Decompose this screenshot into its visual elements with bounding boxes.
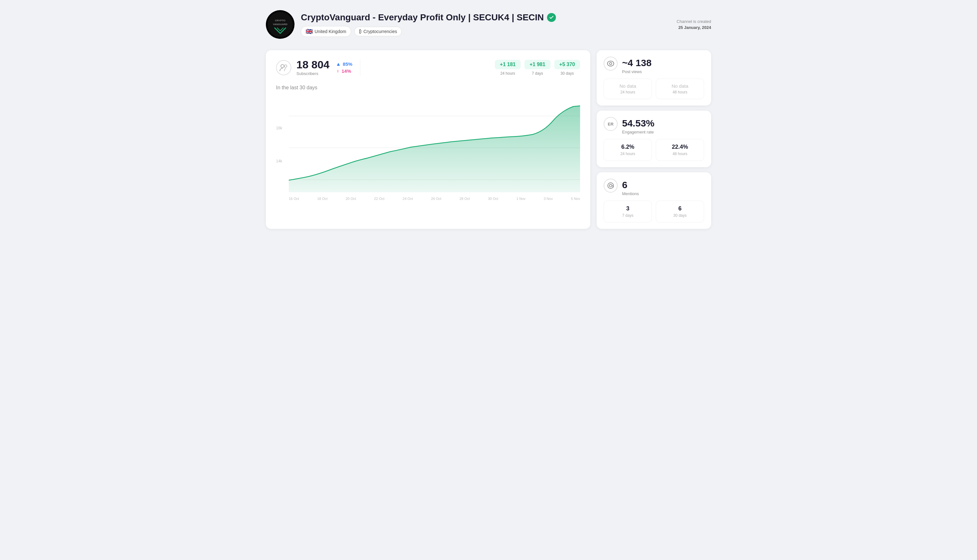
svg-point-10	[610, 184, 612, 187]
gender-stats: ▲ 85% ♀ 14%	[336, 61, 352, 74]
y-label-14k: 14k	[276, 159, 282, 163]
main-grid: 18 804 Subscribers ▲ 85% ♀ 14%	[266, 50, 711, 229]
post-views-24h: No data 24 hours	[604, 78, 652, 99]
period-badge-24h: +1 181	[495, 60, 521, 69]
subscribers-count: 18 804	[296, 59, 329, 70]
post-views-48h: No data 48 hours	[656, 78, 704, 99]
svg-point-9	[610, 63, 612, 65]
engagement-24h-value: 6.2%	[609, 144, 646, 150]
period-badge-30d: +5 370	[554, 60, 580, 69]
mentions-30d-value: 6	[661, 205, 699, 212]
crypto-icon: ₿	[359, 28, 362, 34]
svg-text:VANGUARD: VANGUARD	[273, 23, 287, 26]
y-label-16k: 16k	[276, 126, 282, 130]
mentions-30d-label: 30 days	[661, 213, 699, 218]
country-label: United Kingdom	[314, 29, 346, 34]
x-label-10: 5 Nov	[571, 197, 580, 200]
no-data-24h-label: No data	[609, 83, 646, 89]
mentions-7d-label: 7 days	[609, 213, 646, 218]
left-panel: 18 804 Subscribers ▲ 85% ♀ 14%	[266, 50, 590, 229]
male-icon: ▲	[336, 61, 341, 67]
x-label-7: 30 Oct	[488, 197, 498, 200]
mentions-card: 6 Mentions 3 7 days 6 30 days	[597, 172, 711, 229]
period-stat-24h: +1 181 24 hours	[495, 60, 521, 76]
post-views-card: ~4 138 Post views No data 24 hours No da…	[597, 50, 711, 105]
engagement-24h-label: 24 hours	[609, 152, 646, 156]
x-label-1: 18 Oct	[317, 197, 327, 200]
engagement-label: Engagement rate	[622, 130, 704, 135]
svg-text:CRYPTO: CRYPTO	[275, 19, 286, 22]
post-views-sub-row: No data 24 hours No data 48 hours	[604, 78, 704, 99]
chart-y-axis: 16k 14k	[276, 97, 289, 192]
engagement-48h-value: 22.4%	[661, 144, 699, 150]
subscribers-icon	[276, 60, 291, 75]
er-text: ER	[608, 122, 613, 127]
mentions-7d-value: 3	[609, 205, 646, 212]
mentions-label: Mentions	[622, 191, 704, 196]
verified-badge	[547, 13, 556, 22]
channel-info: CryptoVanguard - Everyday Profit Only | …	[301, 12, 670, 37]
subscribers-data: 18 804 Subscribers	[296, 59, 329, 76]
no-data-48h-label: No data	[661, 83, 699, 89]
chart-period-label: In the last 30 days	[276, 85, 580, 91]
period-stat-30d: +5 370 30 days	[554, 60, 580, 76]
post-views-values: ~4 138	[622, 58, 651, 69]
x-label-9: 3 Nov	[543, 197, 553, 200]
engagement-card: ER 54.53% Engagement rate 6.2% 24 hours …	[597, 111, 711, 167]
channel-tags: 🇬🇧 United Kingdom ₿ Cryptocurrencies	[301, 26, 670, 37]
channel-header: CRYPTO VANGUARD CryptoVanguard - Everyda…	[266, 8, 711, 41]
stats-row: 18 804 Subscribers ▲ 85% ♀ 14%	[276, 59, 580, 76]
page-wrapper: CRYPTO VANGUARD CryptoVanguard - Everyda…	[266, 8, 711, 229]
created-label: Channel is created	[677, 19, 711, 24]
engagement-48h: 22.4% 48 hours	[656, 139, 704, 161]
engagement-24h: 6.2% 24 hours	[604, 139, 652, 161]
period-label-30d: 30 days	[560, 71, 574, 76]
post-views-header: ~4 138	[604, 57, 704, 70]
chart-x-axis: 16 Oct 18 Oct 20 Oct 22 Oct 24 Oct 26 Oc…	[289, 192, 580, 205]
female-stat: ♀ 14%	[336, 68, 352, 74]
post-views-value: ~4 138	[622, 58, 651, 68]
svg-point-4	[284, 65, 287, 67]
period-stats: +1 181 24 hours +1 981 7 days +5 370 30 …	[495, 60, 580, 76]
uk-flag-icon: 🇬🇧	[306, 28, 312, 35]
mentions-values: 6	[622, 180, 628, 191]
country-tag: 🇬🇧 United Kingdom	[301, 26, 351, 37]
channel-title: CryptoVanguard - Everyday Profit Only | …	[301, 12, 544, 23]
period-label-24h: 24 hours	[500, 71, 515, 76]
x-label-3: 22 Oct	[374, 197, 384, 200]
svg-point-8	[608, 61, 614, 66]
engagement-48h-label: 48 hours	[661, 152, 699, 156]
mentions-header: 6	[604, 178, 704, 193]
mentions-sub-row: 3 7 days 6 30 days	[604, 200, 704, 222]
x-label-4: 24 Oct	[402, 197, 413, 200]
mentions-value: 6	[622, 180, 628, 190]
x-label-0: 16 Oct	[289, 197, 299, 200]
category-tag: ₿ Cryptocurrencies	[354, 27, 402, 36]
engagement-value: 54.53%	[622, 118, 655, 128]
channel-title-row: CryptoVanguard - Everyday Profit Only | …	[301, 12, 670, 23]
chart-container: 16k 14k	[276, 97, 580, 205]
at-icon	[604, 178, 618, 193]
x-label-6: 28 Oct	[459, 197, 470, 200]
right-panel: ~4 138 Post views No data 24 hours No da…	[597, 50, 711, 229]
engagement-values: 54.53%	[622, 118, 655, 129]
female-pct: 14%	[342, 68, 351, 74]
engagement-header: ER 54.53%	[604, 117, 704, 131]
svg-point-3	[281, 65, 284, 68]
subscribers-label: Subscribers	[296, 71, 329, 76]
chart-svg	[289, 97, 580, 192]
post-views-48h-label: 48 hours	[661, 90, 699, 94]
period-stat-7d: +1 981 7 days	[524, 60, 550, 76]
mentions-30d: 6 30 days	[656, 200, 704, 222]
female-icon: ♀	[336, 68, 340, 74]
er-icon: ER	[604, 117, 618, 131]
x-label-5: 26 Oct	[431, 197, 441, 200]
male-stat: ▲ 85%	[336, 61, 352, 67]
post-views-24h-label: 24 hours	[609, 90, 646, 94]
subscribers-section: 18 804 Subscribers ▲ 85% ♀ 14%	[276, 59, 352, 76]
category-label: Cryptocurrencies	[364, 29, 397, 34]
created-date: 25 January, 2024	[678, 25, 711, 30]
period-badge-7d: +1 981	[524, 60, 550, 69]
channel-avatar: CRYPTO VANGUARD	[266, 10, 294, 39]
x-label-2: 20 Oct	[346, 197, 356, 200]
